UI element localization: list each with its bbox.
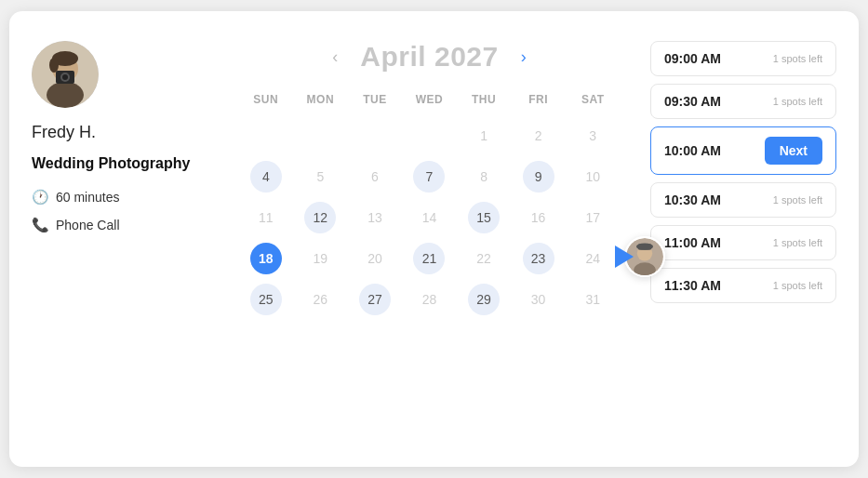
time-slot-time-4: 11:00 AM xyxy=(664,235,721,250)
cal-date-4[interactable]: 4 xyxy=(250,161,282,193)
time-slot-0[interactable]: 09:00 AM1 spots left xyxy=(650,41,836,76)
cal-cell: 28 xyxy=(402,281,457,318)
next-button[interactable]: Next xyxy=(765,137,822,165)
cal-date-21[interactable]: 21 xyxy=(413,243,445,274)
svg-point-4 xyxy=(49,58,59,73)
clock-icon: 🕐 xyxy=(32,189,49,206)
time-slot-5[interactable]: 11:30 AM1 spots left xyxy=(650,268,836,303)
cal-cell: 2 xyxy=(511,117,566,154)
cal-cell: 9 xyxy=(511,158,566,195)
time-slot-3[interactable]: 10:30 AM1 spots left xyxy=(650,182,836,218)
cal-date-29[interactable]: 29 xyxy=(468,284,500,315)
cal-date-6: 6 xyxy=(359,161,391,193)
cal-cell: 25 xyxy=(239,281,294,318)
time-panel: 09:00 AM1 spots left09:30 AM1 spots left… xyxy=(641,41,836,437)
day-name-sat: SAT xyxy=(566,89,621,110)
contact-row: 📞 Phone Call xyxy=(32,217,208,233)
duration-label: 60 minutes xyxy=(56,190,119,205)
cal-date-24: 24 xyxy=(577,243,608,274)
cal-date-23[interactable]: 23 xyxy=(523,243,554,274)
day-name-fri: FRI xyxy=(511,89,566,110)
cal-cell: 27 xyxy=(348,281,403,318)
time-slot-4[interactable]: 11:00 AM1 spots left xyxy=(650,225,836,260)
cal-cell: 6 xyxy=(348,158,403,195)
cal-cell: 10 xyxy=(566,158,621,195)
cal-cell: 8 xyxy=(457,158,512,195)
cal-cell: 30 xyxy=(511,281,566,318)
cal-date-10: 10 xyxy=(577,161,608,193)
calendar-header: ‹ April 2027 › xyxy=(327,41,531,73)
cal-date-27[interactable]: 27 xyxy=(359,284,391,315)
svg-point-1 xyxy=(47,82,84,108)
cal-cell: 5 xyxy=(293,158,348,195)
contact-label: Phone Call xyxy=(56,218,120,232)
time-slot-time-1: 09:30 AM xyxy=(664,94,721,109)
calendar-days-header: SUNMONTUEWEDTHUFRISAT xyxy=(239,89,621,110)
cal-cell: 18 xyxy=(239,240,294,277)
cal-date-8: 8 xyxy=(468,161,500,193)
cal-date-11: 11 xyxy=(250,202,282,233)
cal-cell: 29 xyxy=(457,281,512,318)
time-slot-time-3: 10:30 AM xyxy=(664,193,721,207)
avatar xyxy=(32,41,99,108)
cal-cell: 3 xyxy=(566,117,621,154)
cal-date-26: 26 xyxy=(304,284,336,315)
cal-date-19: 19 xyxy=(304,243,336,274)
calendar-title: April 2027 xyxy=(360,41,498,73)
cal-date-20: 20 xyxy=(359,243,391,274)
left-panel: Fredy H. Wedding Photography 🕐 60 minute… xyxy=(32,41,218,437)
time-slot-spots-0: 1 spots left xyxy=(773,53,822,64)
time-slot-time-5: 11:30 AM xyxy=(664,278,721,293)
cal-date-3: 3 xyxy=(577,120,608,152)
cal-date-28: 28 xyxy=(413,284,445,315)
cal-cell: 1 xyxy=(457,117,512,154)
play-arrow-indicator xyxy=(615,246,634,268)
prev-month-button[interactable]: ‹ xyxy=(327,46,343,69)
service-title: Wedding Photography xyxy=(32,155,208,172)
day-name-wed: WED xyxy=(402,89,457,110)
cal-date-16: 16 xyxy=(523,202,554,233)
cal-date-22: 22 xyxy=(468,243,500,274)
duration-row: 🕐 60 minutes xyxy=(32,189,208,206)
cal-date-14: 14 xyxy=(413,202,445,233)
cal-date-2: 2 xyxy=(523,120,554,152)
cal-cell xyxy=(293,117,348,154)
cal-date-1: 1 xyxy=(468,120,500,152)
cal-date-31: 31 xyxy=(577,284,608,315)
cal-date-30: 30 xyxy=(523,284,554,315)
cal-cell: 24 xyxy=(566,240,621,277)
day-name-sun: SUN xyxy=(239,89,294,110)
cal-date-15[interactable]: 15 xyxy=(468,202,500,233)
user-name: Fredy H. xyxy=(32,123,208,142)
time-slot-1[interactable]: 09:30 AM1 spots left xyxy=(650,84,836,119)
day-name-mon: MON xyxy=(293,89,348,110)
cal-cell: 23 xyxy=(511,240,566,277)
cal-date-12[interactable]: 12 xyxy=(304,202,336,233)
time-slot-2[interactable]: 10:00 AMNext xyxy=(650,126,836,175)
cal-cell: 17 xyxy=(566,199,621,236)
cal-date-25[interactable]: 25 xyxy=(250,284,282,315)
cal-cell: 14 xyxy=(402,199,457,236)
cal-date-18[interactable]: 18 xyxy=(250,243,282,274)
cal-cell: 21 xyxy=(402,240,457,277)
time-slot-spots-4: 1 spots left xyxy=(773,237,822,248)
time-slot-time-0: 09:00 AM xyxy=(664,51,721,66)
calendar-panel: ‹ April 2027 › SUNMONTUEWEDTHUFRISAT 123… xyxy=(218,41,641,437)
cal-cell: 16 xyxy=(511,199,566,236)
cal-cell xyxy=(239,117,294,154)
cal-cell: 7 xyxy=(402,158,457,195)
cal-cell: 4 xyxy=(239,158,294,195)
cal-date-9[interactable]: 9 xyxy=(523,161,554,193)
cal-date-7[interactable]: 7 xyxy=(413,161,445,193)
cal-cell: 26 xyxy=(293,281,348,318)
svg-rect-12 xyxy=(638,244,652,249)
next-month-button[interactable]: › xyxy=(515,46,532,69)
cal-date-17: 17 xyxy=(577,202,608,233)
cal-cell: 15 xyxy=(457,199,512,236)
phone-icon: 📞 xyxy=(32,217,49,233)
time-slot-spots-3: 1 spots left xyxy=(773,194,822,206)
cal-cell xyxy=(402,117,457,154)
booking-card: Fredy H. Wedding Photography 🕐 60 minute… xyxy=(9,11,859,467)
cal-cell xyxy=(348,117,403,154)
cal-cell: 11 xyxy=(239,199,294,236)
